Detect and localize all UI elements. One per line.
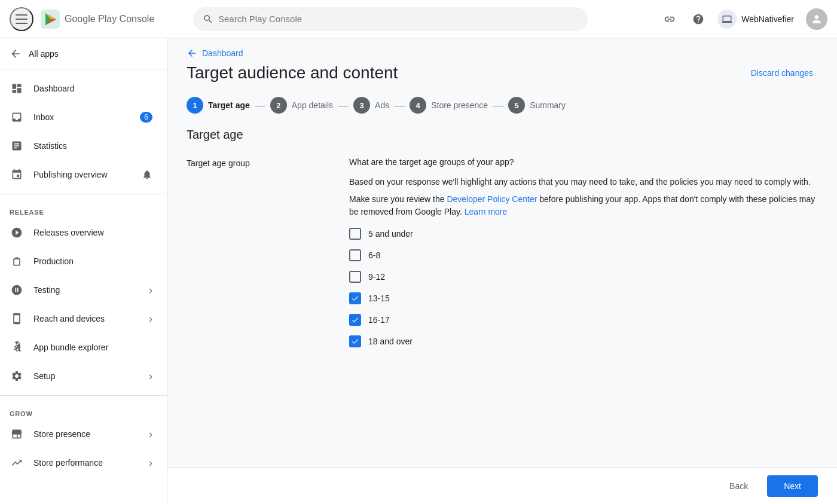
checkbox-13-15-box [349, 292, 361, 304]
app-bundle-icon [10, 340, 24, 355]
checkbox-5-and-under[interactable]: 5 and under [349, 228, 818, 240]
sidebar-item-testing-label: Testing [33, 285, 60, 295]
sidebar-item-releases-overview-label: Releases overview [33, 228, 104, 237]
sidebar-item-reach-label: Reach and devices [33, 314, 105, 323]
check-icon [351, 294, 359, 303]
breadcrumb[interactable]: Dashboard [167, 38, 837, 63]
sidebar-item-statistics[interactable]: Statistics [0, 132, 162, 160]
hamburger-menu-button[interactable] [10, 7, 33, 31]
reach-expand-icon: › [149, 313, 152, 325]
checkbox-13-15-label: 13-15 [368, 294, 390, 303]
step-1-circle: 1 [187, 97, 203, 114]
breadcrumb-back-icon [187, 48, 197, 59]
step-2-circle: 2 [270, 97, 287, 114]
search-bar[interactable] [193, 7, 588, 31]
checkbox-13-15[interactable]: 13-15 [349, 292, 818, 304]
setup-expand-icon: › [149, 370, 152, 383]
checkbox-6-8-box [349, 249, 361, 261]
logo-text: Google Play Console [65, 14, 154, 25]
search-icon [203, 14, 213, 25]
sidebar-item-production[interactable]: Production [0, 247, 162, 276]
developer-policy-center-link[interactable]: Developer Policy Center [447, 194, 537, 204]
step-arrow-3: — [394, 99, 405, 112]
sidebar-item-store-presence[interactable]: Store presence › [0, 420, 162, 448]
hamburger-icon [16, 14, 28, 24]
dashboard-icon [10, 81, 24, 96]
main-content: Dashboard Target audience and content Di… [167, 38, 837, 468]
sidebar-item-reach-devices[interactable]: Reach and devices › [0, 304, 162, 333]
sidebar-item-inbox-label: Inbox [33, 112, 54, 122]
step-2[interactable]: 2 App details [270, 97, 333, 114]
footer: Back Next [167, 468, 837, 504]
checkbox-6-8[interactable]: 6-8 [349, 249, 818, 261]
computer-icon [722, 14, 732, 25]
step-5[interactable]: 5 Summary [508, 97, 566, 114]
sidebar-item-store-performance[interactable]: Store performance › [0, 448, 162, 477]
sidebar-item-publishing-label: Publishing overview [33, 170, 108, 179]
notification-off-icon [142, 169, 152, 180]
step-1-label: Target age [208, 100, 250, 110]
steps-bar: 1 Target age — 2 App details — 3 Ads — [167, 97, 837, 128]
back-button[interactable]: Back [717, 475, 760, 497]
help-icon-button[interactable] [686, 7, 710, 31]
sidebar-item-inbox[interactable]: Inbox 6 [0, 103, 162, 132]
user-name-label: WebNativefier [741, 14, 794, 24]
main: Dashboard Target audience and content Di… [167, 38, 837, 504]
checkbox-16-17[interactable]: 16-17 [349, 314, 818, 326]
sidebar-item-setup[interactable]: Setup › [0, 362, 162, 390]
sidebar-item-store-presence-label: Store presence [33, 429, 90, 439]
desc2-pre: Make sure you review the [349, 194, 447, 204]
discard-changes-button[interactable]: Discard changes [746, 63, 818, 83]
sidebar-nav: Dashboard Inbox 6 Statistics [0, 69, 167, 504]
sidebar-item-dashboard-label: Dashboard [33, 84, 75, 93]
production-icon [10, 254, 24, 268]
sidebar-item-statistics-label: Statistics [33, 141, 67, 151]
checkbox-18-and-over[interactable]: 18 and over [349, 335, 818, 347]
age-checkboxes-list: 5 and under 6-8 9-12 [349, 228, 818, 347]
user-avatar-button[interactable] [806, 8, 827, 30]
step-arrow-1: — [255, 99, 265, 112]
step-2-label: App details [292, 100, 333, 110]
sidebar-item-dashboard[interactable]: Dashboard [0, 74, 162, 103]
checkbox-6-8-label: 6-8 [368, 251, 380, 260]
checkbox-9-12-label: 9-12 [368, 272, 385, 282]
grow-section-label: Grow [0, 401, 167, 420]
field-label: Target age group [187, 158, 250, 168]
checkbox-9-12[interactable]: 9-12 [349, 271, 818, 283]
sidebar-item-app-bundle[interactable]: App bundle explorer [0, 333, 162, 362]
link-icon [664, 13, 676, 25]
topbar: Google Play Console WebNativefier [0, 0, 837, 38]
description-1: Based on your response we'll highlight a… [349, 176, 818, 188]
search-input[interactable] [218, 14, 578, 24]
store-performance-icon [10, 456, 24, 470]
form-content-col: What are the target age groups of your a… [349, 156, 818, 347]
checkbox-5-and-under-label: 5 and under [368, 229, 413, 239]
person-icon [811, 13, 823, 25]
sidebar-item-releases-overview[interactable]: Releases overview [0, 218, 162, 247]
all-apps-button[interactable]: All apps [0, 38, 167, 69]
sidebar-item-testing[interactable]: Testing › [0, 276, 162, 304]
sidebar-item-production-label: Production [33, 256, 74, 266]
page-title: Target audience and content [187, 63, 398, 83]
all-apps-label: All apps [29, 49, 59, 59]
store-presence-expand-icon: › [149, 428, 152, 441]
step-arrow-2: — [338, 99, 349, 112]
logo-link[interactable]: Google Play Console [41, 10, 154, 29]
back-arrow-icon [10, 48, 22, 60]
learn-more-link[interactable]: Learn more [465, 207, 508, 216]
page-header: Target audience and content Discard chan… [167, 63, 837, 97]
next-button[interactable]: Next [767, 475, 818, 497]
step-3[interactable]: 3 Ads [353, 97, 389, 114]
release-section-label: Release [0, 199, 167, 218]
step-4[interactable]: 4 Store presence [410, 97, 488, 114]
step-5-label: Summary [530, 100, 566, 110]
store-performance-expand-icon: › [149, 457, 152, 469]
sidebar-item-publishing[interactable]: Publishing overview [0, 160, 162, 189]
checkbox-18-and-over-box [349, 335, 361, 347]
content-area: Target age Target age group What are the… [167, 128, 837, 366]
step-1: 1 Target age [187, 97, 250, 114]
step-4-label: Store presence [431, 100, 488, 110]
user-chip-button[interactable]: WebNativefier [715, 7, 801, 31]
section-title: Target age [187, 128, 818, 142]
link-icon-button[interactable] [658, 7, 682, 31]
